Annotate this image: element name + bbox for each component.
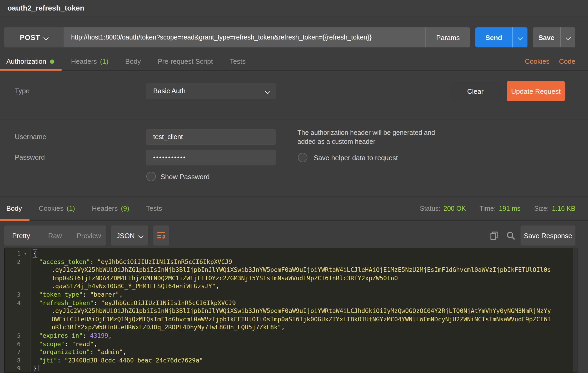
code-row: 6"scope": "read", xyxy=(5,340,573,348)
clear-button[interactable]: Clear xyxy=(449,81,502,101)
active-tab-indicator xyxy=(0,69,62,71)
code-row: 3"token_type": "bearer", xyxy=(5,291,573,299)
send-options-button[interactable] xyxy=(512,27,527,47)
send-button[interactable]: Send xyxy=(475,27,512,47)
request-tabs: AuthorizationHeaders(1)BodyPre-request S… xyxy=(0,53,588,71)
fold-toggle-icon[interactable]: ▾ xyxy=(21,250,30,258)
tab-authorization[interactable]: Authorization xyxy=(6,57,54,65)
request-bar: POST http://host1:8000/oauth/token?scope… xyxy=(4,27,575,47)
tab-tests[interactable]: Tests xyxy=(146,204,162,212)
tab-cookies[interactable]: Cookies(1) xyxy=(39,204,75,212)
url-input[interactable]: http://host1:8000/oauth/token?scope=read… xyxy=(64,27,425,47)
save-helper-label: Save helper data to request xyxy=(314,154,398,162)
url-group: POST http://host1:8000/oauth/token?scope… xyxy=(4,27,470,47)
method-dropdown[interactable]: POST xyxy=(4,27,64,47)
section-divider xyxy=(0,120,588,120)
username-label: Username xyxy=(15,133,46,141)
wrap-text-button[interactable] xyxy=(153,225,169,246)
response-tabs-list: BodyCookies(1)Headers(9)Tests xyxy=(6,197,162,220)
save-button-group: Save xyxy=(533,27,575,47)
tab-body[interactable]: Body xyxy=(125,57,141,65)
request-tabs-list: AuthorizationHeaders(1)BodyPre-request S… xyxy=(6,53,246,70)
save-options-button[interactable] xyxy=(560,27,575,47)
params-button[interactable]: Params xyxy=(425,27,470,47)
format-dropdown[interactable]: JSON xyxy=(111,225,148,246)
show-password-label: Show Password xyxy=(161,173,210,181)
code-row: 9} xyxy=(5,365,573,373)
code-row: 1▾{ xyxy=(5,250,573,258)
code-row: .eyJ1c2VyX25hbWUiOiJhZG1pbiIsInNjb3BlIjp… xyxy=(5,307,573,315)
tab-tests[interactable]: Tests xyxy=(230,57,246,65)
code-row: OWEiLCJleHAiOjE1MzQ1MjQzMTQsImF1dGhvcml0… xyxy=(5,316,573,324)
tab-pre-request-script[interactable]: Pre-request Script xyxy=(158,57,213,65)
view-mode-raw[interactable]: Raw xyxy=(38,232,72,239)
code-row: .eyJ1c2VyX25hbWUiOiJhZG1pbiIsInNjb3BlIjp… xyxy=(5,266,573,274)
view-mode-switch: PrettyRawPreview xyxy=(4,225,106,246)
active-response-tab-indicator xyxy=(0,219,29,221)
password-label: Password xyxy=(15,153,45,161)
save-button[interactable]: Save xyxy=(533,27,560,47)
code-row: .qawS1Z4j_h4vNx10GBC_Y_PHM1LLSQt64eniWLG… xyxy=(5,283,573,291)
view-mode-preview[interactable]: Preview xyxy=(72,232,106,239)
meta-time-: Time:191 ms xyxy=(480,205,521,212)
type-label: Type xyxy=(15,87,29,95)
code-row: 5"expires_in": 43199, xyxy=(5,332,573,340)
send-button-group: Send xyxy=(475,27,527,47)
copy-response-button[interactable] xyxy=(487,225,501,246)
wrap-text-icon xyxy=(157,231,166,240)
password-value: ••••••••••• xyxy=(153,154,186,161)
auth-type-value: Basic Auth xyxy=(153,87,186,95)
chevron-down-icon xyxy=(138,233,143,238)
code-row: 2"access_token": "eyJhbGciOiJIUzI1NiIsIn… xyxy=(5,258,573,266)
update-request-button[interactable]: Update Request xyxy=(507,81,565,101)
code-row: nRlc3RfY2xpZW50In0.eHRWxFZDJDq_2RDPL4Dhy… xyxy=(5,324,573,332)
format-value: JSON xyxy=(116,232,134,239)
chevron-down-icon xyxy=(565,35,571,40)
tab-headers[interactable]: Headers(9) xyxy=(92,204,129,212)
meta-status-: Status:200 OK xyxy=(420,205,466,212)
chevron-down-icon xyxy=(265,89,270,94)
url-value: http://host1:8000/oauth/token?scope=read… xyxy=(71,34,372,41)
view-mode-pretty[interactable]: Pretty xyxy=(4,232,38,239)
tab-headers[interactable]: Headers(1) xyxy=(71,57,108,65)
username-input[interactable]: test_client xyxy=(146,129,276,145)
chevron-down-icon xyxy=(517,35,523,40)
auth-helper-note-line2: added as a custom header xyxy=(297,138,435,146)
copy-icon xyxy=(490,231,498,240)
chevron-down-icon xyxy=(44,35,49,40)
code-link[interactable]: Code xyxy=(559,57,575,65)
code-row: Imp0aSI6IjIzNDA4ZDM4LThjZGMtNDQ2MC1iZWFj… xyxy=(5,274,573,283)
show-password-radio[interactable] xyxy=(146,172,156,181)
method-label: POST xyxy=(20,33,40,41)
response-toolbar: PrettyRawPreview JSON xyxy=(4,225,575,246)
save-helper-toggle[interactable] xyxy=(298,153,307,162)
code-row: 8"jti": "23408d38-8cdc-4460-beac-24c76dc… xyxy=(5,356,573,365)
response-meta: Status:200 OKTime:191 msSize:1.16 KB xyxy=(420,197,575,220)
auth-configured-dot xyxy=(50,59,54,63)
cookies-link[interactable]: Cookies xyxy=(525,57,550,65)
search-icon xyxy=(506,231,515,240)
auth-type-dropdown[interactable]: Basic Auth xyxy=(146,83,276,99)
username-value: test_client xyxy=(153,133,183,141)
request-title: oauth2_refresh_token xyxy=(7,0,84,16)
code-lines: 1▾{2"access_token": "eyJhbGciOiJIUzI1NiI… xyxy=(5,250,573,373)
code-row: 4"refresh_token": "eyJhbGciOiJIUzI1NiIsI… xyxy=(5,299,573,307)
tab-body[interactable]: Body xyxy=(6,204,22,212)
code-row: 7"organization": "admin", xyxy=(5,348,573,356)
response-body-editor: 1▾{2"access_token": "eyJhbGciOiJIUzI1NiI… xyxy=(4,248,577,373)
password-input[interactable]: ••••••••••• xyxy=(146,150,276,165)
request-tab-links: Cookies Code xyxy=(525,53,575,70)
save-response-button[interactable]: Save Response xyxy=(521,225,575,246)
app-window: oauth2_refresh_token POST http://host1:8… xyxy=(0,0,588,373)
search-response-button[interactable] xyxy=(504,225,517,246)
auth-helper-note: The authorization header will be generat… xyxy=(297,129,435,146)
response-header: BodyCookies(1)Headers(9)Tests Status:200… xyxy=(0,196,588,221)
editor-scrollbar[interactable] xyxy=(573,248,577,372)
text-cursor xyxy=(38,365,38,372)
auth-helper-note-line1: The authorization header will be generat… xyxy=(297,129,435,138)
meta-size-: Size:1.16 KB xyxy=(534,205,575,212)
title-bar: oauth2_refresh_token xyxy=(0,0,588,16)
